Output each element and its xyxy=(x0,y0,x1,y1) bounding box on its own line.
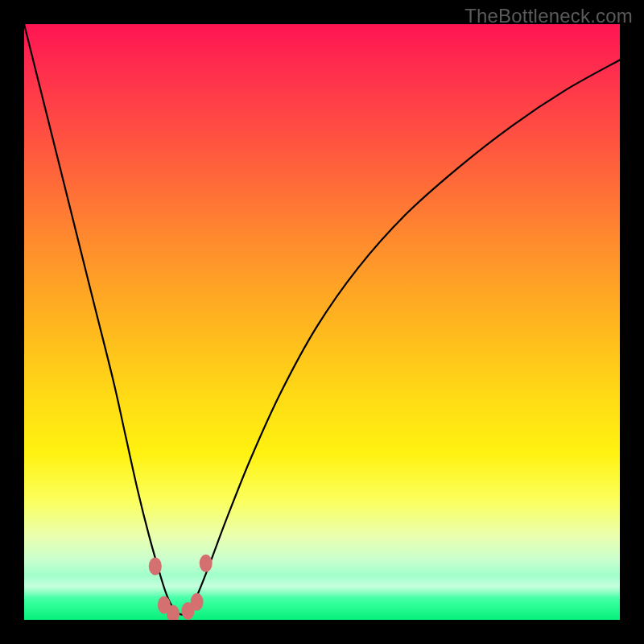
plot-area xyxy=(24,24,620,620)
bottleneck-curve xyxy=(24,24,620,615)
curve-marker xyxy=(149,557,162,575)
curve-marker xyxy=(191,593,204,611)
chart-frame: TheBottleneck.com xyxy=(0,0,644,644)
curve-marker xyxy=(200,555,213,572)
curve-markers xyxy=(149,555,213,620)
curve-svg xyxy=(24,24,620,620)
watermark-text: TheBottleneck.com xyxy=(464,5,633,27)
